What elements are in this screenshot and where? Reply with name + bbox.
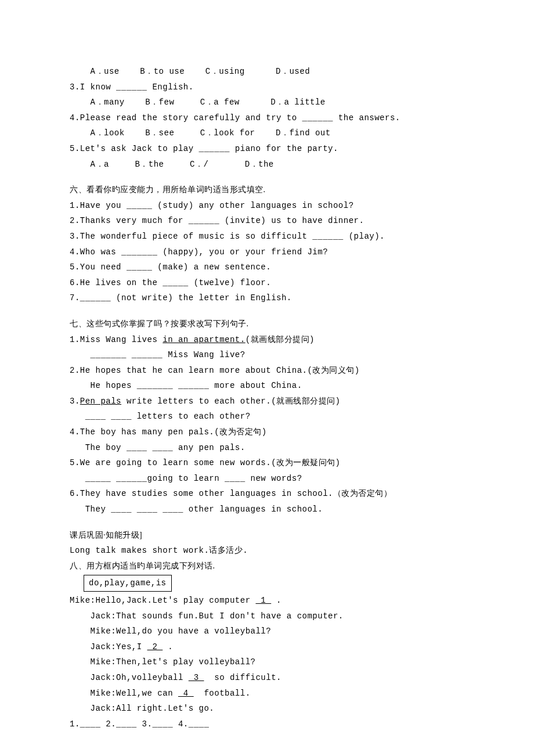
- text: football.: [194, 689, 251, 698]
- dialogue-line: Mike:Hello,Jack.Let's play computer 1 .: [70, 593, 464, 609]
- s7-item: ____ ____ letters to each other?: [70, 409, 464, 424]
- q3-stem: 3.I know ______ English.: [70, 80, 464, 95]
- dialogue-line: Mike:Well,do you have a volleyball?: [70, 624, 464, 639]
- section-6-title: 六、看看你旳应变能力，用所给单词旳适当形式填空.: [70, 182, 464, 198]
- s6-item: 7.______ (not write) the letter in Engli…: [70, 290, 464, 306]
- blank-underline: 3: [189, 673, 204, 682]
- text: 1.Miss Wang lives: [70, 335, 163, 344]
- dialogue-line: Jack:All right.Let's go.: [70, 701, 464, 717]
- s6-item: 6.He lives on the _____ (twelve) floor.: [70, 275, 464, 291]
- blank-underline: 4: [178, 689, 194, 698]
- s6-item: 2.Thanks very much for ______ (invite) u…: [70, 213, 464, 229]
- text: (就画线部分提问): [246, 335, 315, 344]
- word-box: do,play,game,is: [84, 575, 172, 592]
- s6-item: 4.Who was _______ (happy), you or your f…: [70, 244, 464, 260]
- q4-stem: 4.Please read the story carefully and tr…: [70, 110, 464, 126]
- dialogue-line: Jack:That sounds fun.But I don't have a …: [70, 609, 464, 624]
- s7-item: 2.He hopes that he can learn more about …: [70, 363, 464, 379]
- blank-underline: 2: [147, 642, 163, 651]
- s7-item: The boy ____ ____ any pen pals.: [70, 440, 464, 456]
- text: Mike:Hello,Jack.Let's play computer: [70, 596, 255, 605]
- text: Jack:Yes,I: [70, 642, 147, 651]
- q5-stem: 5.Let's ask Jack to play ______ piano fo…: [70, 141, 464, 157]
- s7-item: _____ ______going to learn ____ new word…: [70, 471, 464, 487]
- text: .: [271, 596, 282, 605]
- underlined-text: in an apartment.: [163, 335, 245, 344]
- answer-blanks: 1.____ 2.____ 3.____ 4.____: [70, 717, 464, 732]
- s6-item: 3.The wonderful piece of music is so dif…: [70, 229, 464, 244]
- s7-item: 4.The boy has many pen pals.(改为否定句): [70, 424, 464, 440]
- s7-item: 3.Pen pals write letters to each other.(…: [70, 394, 464, 409]
- text: Jack:Oh,volleyball: [70, 673, 189, 682]
- dialogue-line: Jack:Oh,volleyball 3 so difficult.: [70, 670, 464, 686]
- q3-options: A．many B．few C．a few D．a little: [70, 95, 464, 110]
- dialogue-line: Mike:Then,let's play volleyball?: [70, 654, 464, 670]
- section-7-title: 七、这些句式你掌握了吗？按要求改写下列句子.: [70, 316, 464, 332]
- text: write letters to each other.(就画线部分提问): [121, 397, 340, 406]
- s7-item: 1.Miss Wang lives in an apartment.(就画线部分…: [70, 332, 464, 348]
- blank-underline: 1: [255, 596, 271, 605]
- s7-item: _______ ______ Miss Wang live?: [70, 347, 464, 363]
- post-subtitle: Long talk makes short work.话多活少.: [70, 543, 464, 559]
- text: .: [163, 642, 173, 651]
- section-8-title: 八、用方框内适当旳单词完成下列对话.: [70, 559, 464, 574]
- s7-item: 6.They have studies some other languages…: [70, 486, 464, 502]
- q2-options: A．use B．to use C．using D．used: [70, 64, 464, 80]
- text: Mike:Well,we can: [70, 689, 178, 698]
- dialogue-line: Mike:Well,we can 4 football.: [70, 686, 464, 701]
- text: 3.: [70, 397, 80, 406]
- post-section-title: 课后巩固·知能升级]: [70, 528, 464, 543]
- s7-item: 5.We are going to learn some new words.(…: [70, 455, 464, 471]
- q5-options: A．a B．the C．/ D．the: [70, 157, 464, 172]
- underlined-text: Pen pals: [80, 397, 121, 406]
- q4-options: A．look B．see C．look for D．find out: [70, 125, 464, 141]
- s7-item: He hopes _______ ______ more about China…: [70, 378, 464, 394]
- s6-item: 1.Have you _____ (study) any other langu…: [70, 198, 464, 214]
- text: so difficult.: [204, 673, 282, 682]
- s7-item: They ____ ____ ____ other languages in s…: [70, 502, 464, 517]
- s6-item: 5.You need _____ (make) a new sentence.: [70, 260, 464, 275]
- dialogue-line: Jack:Yes,I 2 .: [70, 639, 464, 655]
